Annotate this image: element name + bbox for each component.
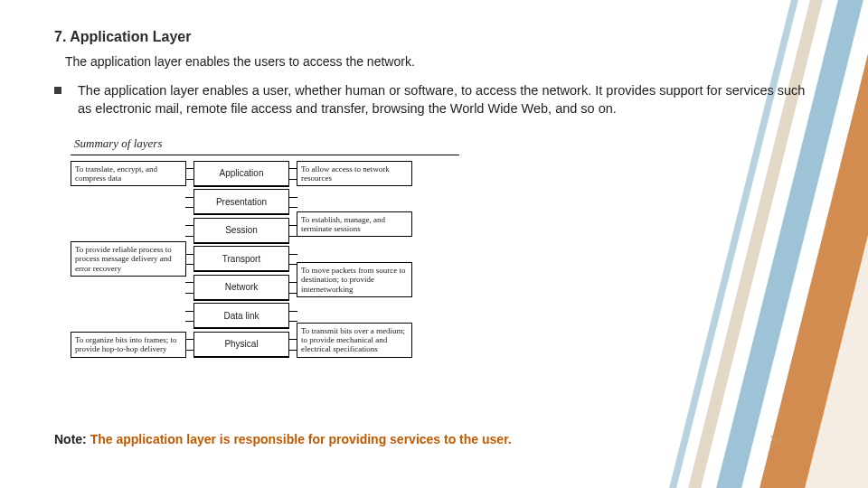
layer-box-0: Application — [193, 161, 289, 187]
right-desc-0: To allow access to network resources — [297, 161, 412, 187]
body-bullet: The application layer enables a user, wh… — [54, 81, 814, 118]
layer-box-6: Physical — [193, 332, 289, 358]
diagram-right-descriptions: To allow access to network resources To … — [297, 161, 412, 358]
layer-box-3: Transport — [193, 246, 289, 272]
intro-line: The application layer enables the users … — [65, 54, 814, 69]
bullet-text: The application layer enables a user, wh… — [78, 81, 814, 118]
summary-of-layers-diagram: Summary of layers To translate, encrypt,… — [71, 135, 459, 358]
diagram-left-descriptions: To translate, encrypt, and compress data… — [71, 161, 186, 358]
layer-box-1: Presentation — [193, 189, 289, 215]
left-desc-0: To translate, encrypt, and compress data — [71, 161, 186, 187]
diagram-title: Summary of layers — [71, 135, 459, 155]
left-desc-2: To organize bits into frames; to provide… — [71, 332, 186, 358]
right-desc-2: To move packets from source to destinati… — [297, 262, 412, 297]
layer-box-4: Network — [193, 275, 289, 301]
right-desc-3: To transmit bits over a medium; to provi… — [297, 323, 412, 358]
note-line: Note: The application layer is responsib… — [54, 432, 512, 446]
square-bullet-icon — [54, 87, 61, 94]
note-lead: Note: — [54, 432, 90, 446]
left-desc-1: To provide reliable process to process m… — [71, 241, 186, 277]
layer-box-5: Data link — [193, 303, 289, 329]
diagram-layer-stack: Application Presentation Session Transpo… — [193, 161, 289, 358]
page-number: 34 — [770, 434, 782, 446]
right-desc-1: To establish, manage, and terminate sess… — [297, 211, 412, 238]
section-heading: 7. Application Layer — [54, 29, 814, 45]
layer-box-2: Session — [193, 218, 289, 244]
note-emphasis: The application layer is responsible for… — [90, 432, 512, 446]
